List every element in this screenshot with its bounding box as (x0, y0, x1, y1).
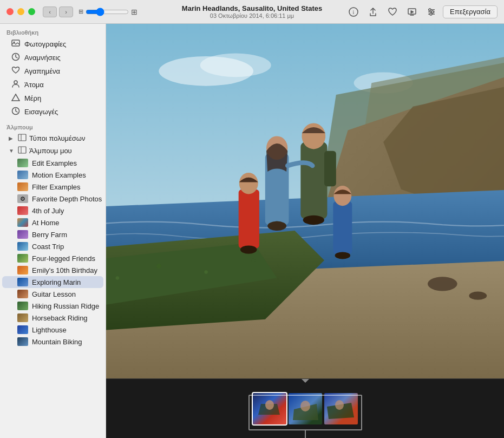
album-label: At Home (32, 219, 60, 227)
sidebar-item-people[interactable]: Άτομα (2, 78, 103, 91)
favorites-icon (11, 66, 21, 76)
sidebar-item-places[interactable]: Μέρη (2, 91, 103, 105)
sidebar-item-memories[interactable]: Αναμνήσεις (2, 51, 103, 64)
svg-point-34 (204, 270, 208, 274)
filmstrip-tracks (253, 393, 358, 424)
album-thumb-four-legged (17, 254, 28, 263)
photo-viewer[interactable] (106, 24, 504, 378)
album-item-coast-trip[interactable]: Coast Trip (2, 240, 103, 252)
sidebar-item-imports[interactable]: Εισαγωγές (2, 105, 103, 119)
album-label: 4th of July (32, 207, 64, 215)
svg-point-53 (265, 400, 274, 410)
my-albums-icon (17, 146, 27, 155)
album-item-berry-farm[interactable]: Berry Farm (2, 228, 103, 240)
album-item-filter-examples[interactable]: Filter Examples (2, 181, 103, 193)
nav-arrows: ‹ › (43, 6, 73, 17)
sidebar-item-photos[interactable]: Φωτογραφίες (2, 37, 103, 51)
svg-point-33 (156, 264, 161, 269)
filmstrip-thumb-1[interactable] (253, 393, 286, 424)
album-label: Horseback Riding (32, 314, 88, 322)
album-thumb-emilys-birthday (17, 266, 28, 274)
svg-point-49 (240, 245, 257, 253)
close-button[interactable] (6, 8, 14, 15)
svg-point-59 (335, 400, 344, 410)
svg-point-56 (300, 401, 310, 411)
album-item-four-legged[interactable]: Four-legged Friends (2, 252, 103, 264)
album-thumb-filter-examples (17, 182, 28, 191)
titlebar: ‹ › ⊞ ⊞ Marin Headlands, Sausalito, Unit… (0, 0, 504, 24)
window-controls (6, 8, 35, 15)
svg-point-9 (430, 13, 432, 15)
people-label: Άτομα (24, 81, 44, 89)
title-area: Marin Headlands, Sausalito, United State… (182, 4, 322, 19)
album-item-at-home[interactable]: At Home (2, 217, 103, 228)
memories-icon (11, 53, 21, 63)
svg-point-48 (303, 215, 324, 225)
album-item-lighthouse[interactable]: Lighthouse (2, 324, 103, 336)
album-item-4th-of-july[interactable]: 4th of July (2, 205, 103, 217)
album-item-mountain-biking[interactable]: Mountain Biking (2, 336, 103, 348)
media-types-label: Τύποι πολυμέσων (29, 134, 85, 142)
svg-point-7 (429, 9, 431, 11)
svg-point-39 (302, 123, 325, 149)
album-item-edit-examples[interactable]: Edit Examples (2, 157, 103, 169)
album-label: Lighthouse (32, 326, 67, 334)
info-button[interactable]: i (345, 5, 362, 18)
album-thumb-edit-examples (17, 159, 28, 167)
back-button[interactable]: ‹ (43, 6, 57, 17)
photo-subtitle: 03 Οκτωβρίου 2014, 6:06:11 μμ (182, 12, 322, 19)
adjust-button[interactable] (423, 5, 440, 18)
svg-point-13 (14, 81, 17, 84)
svg-point-47 (267, 221, 286, 231)
sidebar: Βιβλιοθήκη Φωτογραφίες Αναμνήσεις (0, 24, 106, 438)
sidebar-item-my-albums[interactable]: ▼ Άλμπουμ μου (2, 145, 103, 157)
album-label: Exploring Marin (32, 278, 81, 286)
my-albums-label: Άλμπουμ μου (29, 147, 72, 155)
album-thumb-exploring-marin (17, 278, 28, 286)
filmstrip-thumb-2[interactable] (289, 393, 322, 424)
svg-rect-43 (239, 189, 259, 249)
filmstrip (106, 378, 504, 438)
filmstrip-thumb-3[interactable] (324, 393, 358, 424)
album-label: Guitar Lesson (32, 290, 76, 298)
sidebar-item-favorites[interactable]: Αγαπημένα (2, 64, 103, 78)
svg-rect-10 (12, 40, 19, 46)
album-label: Berry Farm (32, 231, 67, 239)
filmstrip-indicator (302, 379, 309, 383)
zoom-slider[interactable] (86, 8, 129, 16)
album-item-hiking-russian[interactable]: Hiking Russian Ridge (2, 300, 103, 312)
album-label: Four-legged Friends (32, 254, 95, 263)
album-item-emilys-birthday[interactable]: Emily's 10th Birthday (2, 264, 103, 276)
maximize-button[interactable] (28, 8, 35, 15)
favorite-button[interactable] (384, 5, 401, 18)
album-thumb-lighthouse (17, 325, 28, 334)
minimize-button[interactable] (17, 8, 24, 15)
album-label: Favorite Depth Photos (32, 195, 102, 203)
svg-rect-38 (300, 142, 327, 219)
svg-point-46 (333, 186, 351, 206)
album-item-exploring-marin[interactable]: Exploring Marin (2, 276, 103, 288)
album-item-favorite-depth[interactable]: ⚙ Favorite Depth Photos (2, 193, 103, 205)
sidebar-item-media-types[interactable]: ▶ Τύποι πολυμέσων (2, 132, 103, 145)
album-item-guitar-lesson[interactable]: Guitar Lesson (2, 288, 103, 300)
svg-point-44 (239, 173, 258, 194)
photo-canvas (106, 24, 504, 378)
svg-rect-40 (324, 151, 336, 187)
edit-button[interactable]: Επεξεργασία (443, 5, 498, 18)
library-section-header: Βιβλιοθήκη (0, 24, 106, 37)
media-types-icon (17, 134, 27, 143)
slideshow-button[interactable] (404, 5, 420, 18)
grid-small-icon: ⊞ (78, 8, 83, 15)
album-item-motion-examples[interactable]: Motion Examples (2, 169, 103, 181)
people-icon (11, 80, 21, 90)
forward-button[interactable]: › (59, 6, 73, 17)
album-label: Mountain Biking (32, 338, 82, 346)
photo-area (106, 24, 504, 438)
album-thumb-berry-farm (17, 230, 28, 239)
imports-icon (11, 107, 21, 117)
share-button[interactable] (365, 5, 381, 18)
album-label: Edit Examples (32, 159, 77, 167)
album-item-horseback-riding[interactable]: Horseback Riding (2, 312, 103, 324)
svg-point-36 (428, 277, 457, 291)
memories-label: Αναμνήσεις (24, 54, 61, 62)
